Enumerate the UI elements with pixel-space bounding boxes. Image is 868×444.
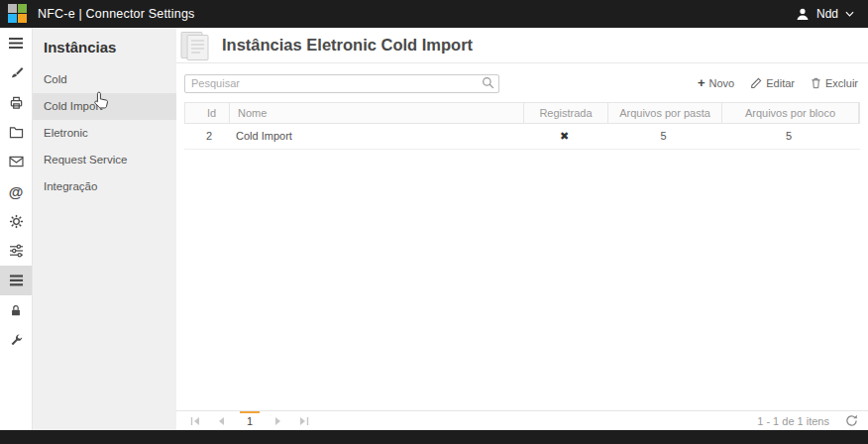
first-page-button[interactable] (188, 412, 202, 430)
sidebar-item-eletronic[interactable]: Eletronic (33, 120, 176, 147)
rail-item-menu[interactable] (0, 28, 32, 57)
last-page-button[interactable] (297, 412, 311, 430)
icon-rail: @ (0, 28, 33, 430)
sidebar-item-integracao[interactable]: Integração (33, 173, 176, 200)
prev-page-button[interactable] (214, 412, 228, 430)
rail-item-printer[interactable] (0, 87, 32, 117)
cell-arquivos-por-pasta: 5 (606, 130, 720, 142)
cell-arquivos-por-bloco: 5 (720, 130, 857, 142)
sidebar-item-cold-import[interactable]: Cold Import (33, 93, 176, 120)
page-title: Instâncias Eletronic Cold Import (222, 36, 473, 55)
rail-item-wrench[interactable] (0, 325, 32, 355)
sliders-icon (9, 244, 24, 258)
search-box (184, 73, 499, 93)
chevron-down-icon (845, 11, 854, 17)
pager-info: 1 - 1 de 1 itens (757, 414, 858, 427)
sidebar-title: Instâncias (33, 28, 176, 66)
search-icon (482, 76, 494, 89)
bottom-bar (0, 430, 868, 444)
rail-item-lock[interactable] (0, 295, 32, 325)
main-header: Instâncias Eletronic Cold Import (176, 28, 868, 63)
user-menu[interactable]: Ndd (796, 0, 854, 28)
app-logo-icon (8, 4, 28, 24)
rail-item-mail[interactable] (0, 147, 32, 176)
topbar: NFC-e | Connector Settings Ndd (0, 0, 868, 28)
column-header-registrada[interactable]: Registrada (523, 103, 607, 123)
rail-item-folder[interactable] (0, 117, 32, 147)
brush-icon (9, 65, 24, 80)
user-name: Ndd (816, 7, 838, 21)
rail-item-instances[interactable] (0, 266, 32, 295)
app-title: NFC-e | Connector Settings (38, 7, 195, 21)
sidebar-item-request-service[interactable]: Request Service (33, 147, 176, 173)
search-input[interactable] (184, 74, 499, 93)
delete-button[interactable]: Excluir (811, 77, 858, 89)
printer-icon (9, 95, 24, 110)
edit-button[interactable]: Editar (750, 77, 795, 89)
sidebar: Instâncias Cold Cold Import Eletronic Re… (33, 28, 176, 430)
not-registered-x-icon: ✖ (560, 130, 569, 143)
grid-toolbar: + Novo Editar Excluir (176, 63, 868, 102)
at-sign-icon: @ (9, 184, 24, 199)
column-header-arquivos-por-bloco[interactable]: Arquivos por bloco (721, 103, 858, 123)
column-header-nome[interactable]: Nome (229, 103, 523, 123)
pager-items-count: 1 - 1 de 1 itens (757, 415, 829, 427)
folder-icon (9, 126, 24, 139)
rail-item-gear[interactable] (0, 206, 32, 236)
data-grid: Id Nome Registrada Arquivos por pasta Ar… (184, 102, 860, 150)
lock-icon (9, 303, 23, 318)
mail-icon (9, 156, 24, 167)
plus-icon: + (698, 76, 705, 89)
wrench-icon (9, 333, 24, 348)
menu-icon (8, 37, 24, 50)
cell-nome: Cold Import (228, 130, 522, 142)
grid-header-row: Id Nome Registrada Arquivos por pasta Ar… (184, 102, 860, 124)
new-button[interactable]: + Novo (698, 76, 734, 89)
pencil-icon (750, 77, 762, 89)
column-header-id[interactable]: Id (185, 103, 229, 123)
sidebar-item-cold[interactable]: Cold (33, 66, 176, 93)
gear-icon (9, 214, 24, 229)
table-row[interactable]: 2 Cold Import ✖ 5 5 (184, 124, 860, 150)
toolbar-buttons: + Novo Editar Excluir (698, 76, 858, 89)
rail-item-sliders[interactable] (0, 236, 32, 266)
app-window: NFC-e | Connector Settings Ndd @ (0, 0, 868, 444)
column-header-spacer (858, 103, 859, 123)
refresh-button[interactable] (845, 414, 858, 427)
cell-id: 2 (184, 130, 228, 142)
user-icon (796, 7, 810, 21)
next-page-button[interactable] (271, 412, 285, 430)
documents-icon (178, 31, 214, 60)
main-content: Instâncias Eletronic Cold Import + Novo (176, 28, 868, 430)
rail-item-brush[interactable] (0, 57, 32, 87)
trash-icon (811, 77, 821, 89)
pager: 1 1 - 1 de 1 itens (176, 410, 868, 430)
pager-nav: 1 (188, 411, 311, 431)
instances-icon (9, 274, 24, 287)
page-number-current[interactable]: 1 (240, 411, 260, 431)
rail-item-at-sign[interactable]: @ (0, 176, 32, 206)
column-header-arquivos-por-pasta[interactable]: Arquivos por pasta (607, 103, 721, 123)
